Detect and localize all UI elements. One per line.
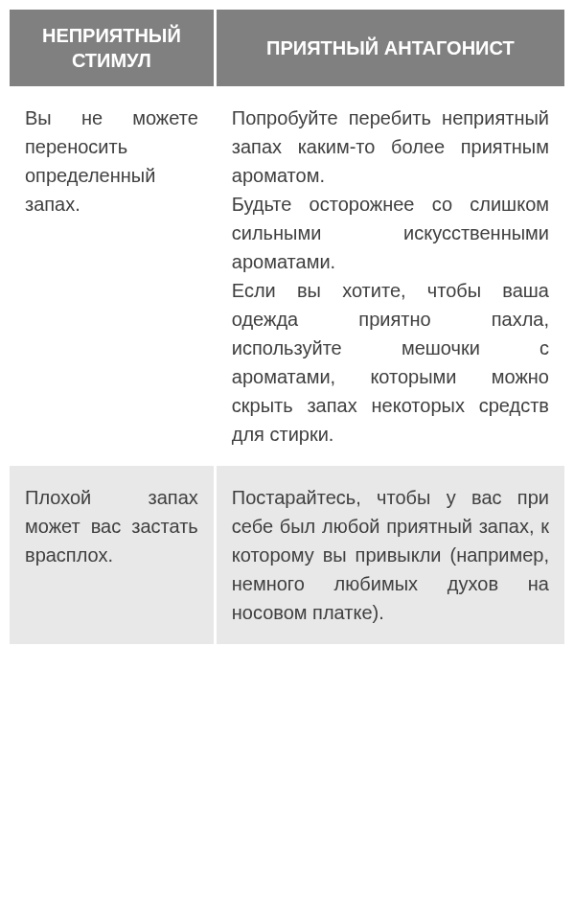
cell-text-p3: Если вы хотите, чтобы ваша одежда приятн… (232, 276, 549, 449)
cell-text: Вы не можете переносить определенный зап… (25, 104, 198, 219)
cell-antagonist: Попробуйте перебить неприятный запах как… (215, 86, 564, 466)
cell-stimulus: Плохой запах может вас застать врасплох. (10, 466, 215, 644)
cell-antagonist: Постарайтесь, чтобы у вас при себе был л… (215, 466, 564, 644)
cell-text-p1: Попробуйте перебить неприятный запах как… (232, 104, 549, 190)
cell-text: Плохой запах может вас застать врасплох. (25, 483, 198, 569)
header-col-antagonist: ПРИЯТНЫЙ АНТАГОНИСТ (215, 10, 564, 86)
cell-text: Постарайтесь, чтобы у вас при себе был л… (232, 483, 549, 627)
table-row: Вы не можете переносить определенный зап… (10, 86, 564, 466)
stimulus-table: НЕПРИЯТНЫЙ СТИМУЛ ПРИЯТНЫЙ АНТАГОНИСТ Вы… (10, 10, 564, 644)
header-col-stimulus: НЕПРИЯТНЫЙ СТИМУЛ (10, 10, 215, 86)
cell-text-p2: Будьте осторожнее со слишком сильными ис… (232, 190, 549, 276)
table-header-row: НЕПРИЯТНЫЙ СТИМУЛ ПРИЯТНЫЙ АНТАГОНИСТ (10, 10, 564, 86)
cell-stimulus: Вы не можете переносить определенный зап… (10, 86, 215, 466)
table-row: Плохой запах может вас застать врасплох.… (10, 466, 564, 644)
